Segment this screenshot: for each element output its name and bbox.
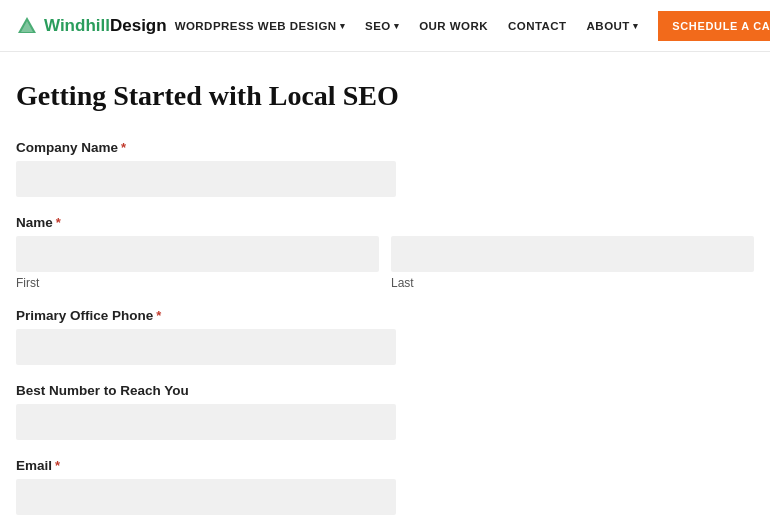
required-indicator: * (56, 215, 61, 230)
site-header: WindhillDesign WORDPRESS WEB DESIGN ▾ SE… (0, 0, 770, 52)
chevron-down-icon: ▾ (340, 21, 345, 31)
schedule-call-button[interactable]: SCHEDULE A CALL (658, 11, 770, 41)
form-group-best-number: Best Number to Reach You (16, 383, 754, 440)
nav-our-work[interactable]: OUR WORK (411, 14, 496, 38)
company-name-input[interactable] (16, 161, 396, 197)
last-name-input[interactable] (391, 236, 754, 272)
name-label: Name * (16, 215, 754, 230)
logo[interactable]: WindhillDesign (16, 15, 167, 37)
primary-phone-input[interactable] (16, 329, 396, 365)
main-nav: WORDPRESS WEB DESIGN ▾ SEO ▾ OUR WORK CO… (167, 11, 770, 41)
form-group-company-name: Company Name * (16, 140, 754, 197)
company-name-label: Company Name * (16, 140, 754, 155)
chevron-down-icon: ▾ (633, 21, 638, 31)
first-name-sublabel: First (16, 276, 379, 290)
nav-seo[interactable]: SEO ▾ (357, 14, 407, 38)
first-name-input[interactable] (16, 236, 379, 272)
chevron-down-icon: ▾ (394, 21, 399, 31)
last-name-sublabel: Last (391, 276, 754, 290)
form-group-name: Name * First Last (16, 215, 754, 290)
page-title: Getting Started with Local SEO (16, 80, 754, 112)
form-group-email: Email * (16, 458, 754, 515)
main-content: Getting Started with Local SEO Company N… (0, 52, 770, 518)
nav-about[interactable]: ABOUT ▾ (579, 14, 647, 38)
primary-phone-label: Primary Office Phone * (16, 308, 754, 323)
name-fields-wrapper: First Last (16, 236, 754, 290)
email-label: Email * (16, 458, 754, 473)
logo-text: WindhillDesign (44, 16, 167, 36)
best-number-input[interactable] (16, 404, 396, 440)
nav-contact[interactable]: CONTACT (500, 14, 575, 38)
last-name-col: Last (391, 236, 754, 290)
required-indicator: * (156, 308, 161, 323)
first-name-col: First (16, 236, 379, 290)
email-input[interactable] (16, 479, 396, 515)
name-row: First Last (16, 236, 754, 290)
form-group-primary-phone: Primary Office Phone * (16, 308, 754, 365)
required-indicator: * (55, 458, 60, 473)
nav-wordpress-web-design[interactable]: WORDPRESS WEB DESIGN ▾ (167, 14, 353, 38)
logo-icon (16, 15, 38, 37)
form-section: Company Name * Name * First Last (16, 140, 754, 515)
best-number-label: Best Number to Reach You (16, 383, 754, 398)
required-indicator: * (121, 140, 126, 155)
